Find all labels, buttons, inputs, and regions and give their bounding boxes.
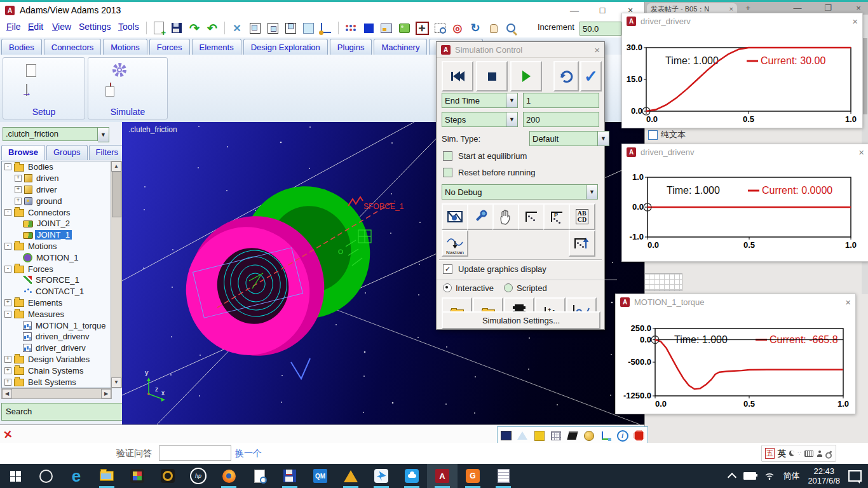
scripted-radio[interactable] [504,283,513,292]
view-cube-front-icon[interactable] [248,21,262,35]
tree-item-measures[interactable]: -Measures [2,308,111,320]
origin-axis-icon[interactable] [319,21,333,35]
tab-bodies[interactable]: Bodies [1,39,42,55]
simulation-settings-button[interactable]: Simulation Settings... [442,311,600,329]
hp-app-icon[interactable]: hp [183,464,214,488]
edge-icon[interactable]: e [61,464,92,488]
tree-item-sforce_1[interactable]: SFORCE_1 [2,274,111,286]
steps-input[interactable] [523,112,599,127]
clock[interactable]: 22:43 2017/6/8 [808,466,840,485]
menu-settings[interactable]: Settings [79,22,111,32]
stop-icon[interactable] [632,429,646,443]
simulate-calc-icon[interactable] [110,83,111,95]
render-icon[interactable] [582,429,596,443]
menu-file[interactable]: File [6,22,21,32]
search-input[interactable]: Search [1,403,127,421]
node-edit-icon[interactable] [397,21,411,35]
info-icon[interactable]: i [616,429,630,443]
ime-toolbar[interactable]: 五 英 ∵ [761,445,836,462]
tree-item-forces[interactable]: -Forces [2,263,111,274]
zoom-box-icon[interactable] [433,21,447,35]
cortana-button[interactable] [31,464,61,488]
plot-title-bar[interactable]: A driver_driverv × [622,13,862,29]
equilibrium-checkbox[interactable] [443,151,452,161]
debug-selector[interactable]: No Debug ▼ [442,184,598,200]
tree-item-bodies[interactable]: -Bodies [2,161,111,173]
tab-close-icon[interactable]: × [729,5,733,13]
expander-icon[interactable]: + [4,356,11,363]
qm-app-icon[interactable]: QM [305,464,336,488]
apply-button[interactable]: ✓ [580,61,602,92]
setup-open-icon[interactable] [26,84,27,96]
tree-item-joint_2[interactable]: JOINT_2 [2,218,111,229]
wrench-button[interactable] [467,203,494,230]
tree-vertical-scrollbar[interactable]: ▲ ▼ [111,161,122,388]
zoom-icon[interactable] [504,21,518,35]
end-time-selector[interactable]: End Time ▼ [442,93,518,108]
clutch-model[interactable] [172,173,395,370]
play-button[interactable] [510,61,542,92]
tab-connectors[interactable]: Connectors [44,39,101,55]
tree-item-ground[interactable]: +ground [2,195,111,207]
plot-title-bar[interactable]: A driven_drivenv × [622,144,868,159]
battery-icon[interactable] [743,472,756,480]
gold-3d-app-icon[interactable] [336,464,366,488]
stop-button[interactable] [476,61,508,92]
tools-icon[interactable]: ✕ [230,21,244,35]
tree-item-belt systems[interactable]: +Belt Systems [2,376,111,388]
measure-plot-button[interactable] [518,203,545,230]
wireframe-icon[interactable] [515,429,529,443]
shading-icon[interactable] [532,429,546,443]
tree-item-driver[interactable]: +driver [2,184,111,196]
browser-restore-icon[interactable]: ❐ [820,3,836,13]
expander-icon[interactable]: + [15,186,22,193]
minimize-icon[interactable]: — [560,2,588,18]
expander-icon[interactable]: + [4,379,11,386]
rotate-view-icon[interactable]: ↻ [468,21,482,35]
expander-icon[interactable]: + [15,198,22,205]
tree-horizontal-scrollbar[interactable]: ◀ ▶ [1,388,112,399]
tree-item-contact_1[interactable]: CONTACT_1 [2,286,111,297]
scroll-right-icon[interactable]: ▶ [101,389,111,398]
doc-search-icon[interactable] [244,464,275,488]
expander-icon[interactable]: + [4,299,11,306]
fullhalf-moon-icon[interactable] [789,451,794,456]
plot-envelope-button[interactable] [442,203,468,230]
new-file-icon[interactable] [152,21,166,35]
new-tab-icon[interactable]: + [740,3,756,13]
perspective-icon[interactable] [566,429,580,443]
chevron-down-icon[interactable]: ▼ [506,93,518,108]
end-time-input[interactable] [523,93,599,108]
reset-checkbox[interactable] [443,168,452,177]
save-icon[interactable] [170,21,184,35]
media-app-icon[interactable] [153,464,183,488]
sim-type-selector[interactable]: Default ▼ [529,131,609,146]
pan-move-icon[interactable]: ✛ [415,21,429,35]
view-cube-side-icon[interactable] [283,21,297,35]
tree-item-motions[interactable]: -Motions [2,241,111,252]
language-indicator[interactable]: 简体 [783,470,799,482]
scroll-up-icon[interactable]: ▲ [111,161,121,172]
browser-close-icon[interactable]: × [850,3,867,13]
interactive-radio[interactable] [443,283,452,292]
undo-icon[interactable]: ↶ [205,21,219,35]
verify-input[interactable] [159,445,231,461]
chevron-down-icon[interactable]: ▼ [598,131,609,146]
tab-design-exploration[interactable]: Design Exploration [243,39,328,55]
english-indicator[interactable]: 英 [778,448,786,459]
reset-button[interactable] [553,61,579,92]
action-center-icon[interactable] [848,470,862,482]
expander-icon[interactable]: - [4,243,11,250]
tree-item-driver_driverv[interactable]: driver_driverv [2,342,111,354]
close-icon[interactable]: × [845,297,851,308]
puzzle-app-icon[interactable] [122,464,153,488]
maximize-icon[interactable]: □ [588,2,616,18]
tree-item-motion_1_torque[interactable]: MOTION_1_torque [2,320,111,331]
scrollbar-thumb[interactable] [112,172,121,217]
point-pattern-icon[interactable] [344,21,358,35]
tree-item-joint_1[interactable]: JOINT_1 [2,229,111,241]
close-icon[interactable]: × [594,44,600,55]
gear-icon[interactable] [111,62,128,78]
settings-wrench-icon[interactable] [826,451,832,456]
expander-icon[interactable]: - [4,311,11,318]
